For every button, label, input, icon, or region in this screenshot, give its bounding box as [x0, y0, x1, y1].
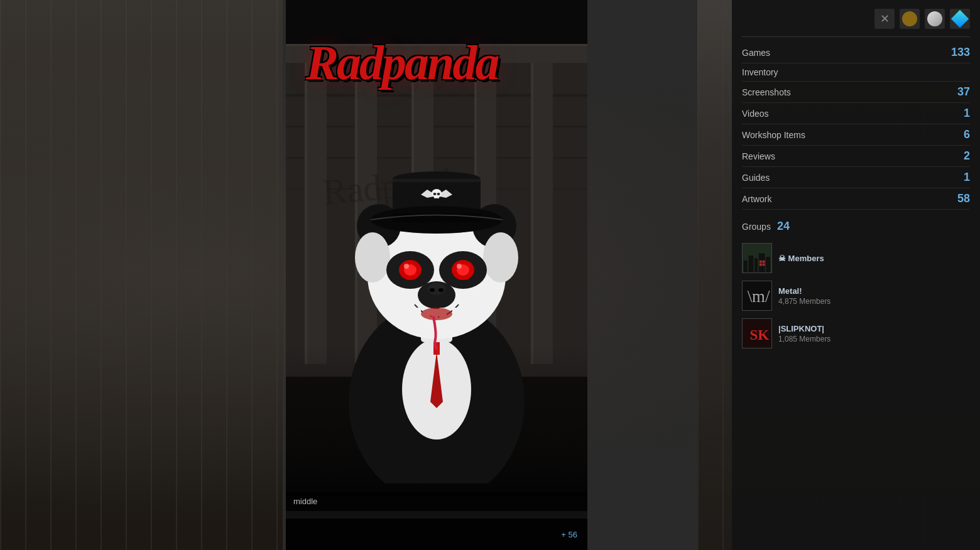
stat-workshop-label: Workshop Items: [742, 130, 957, 140]
group-item-2[interactable]: \m/ Metal! 4,875 Members: [742, 277, 970, 315]
group-item-1[interactable]: ☠ Members: [742, 239, 970, 277]
icon-badge-bronze[interactable]: [900, 9, 920, 29]
group-avatar-3-img: SK: [743, 318, 771, 348]
stat-workshop-items[interactable]: Workshop Items 6: [742, 124, 970, 146]
stat-artwork-count: 58: [957, 192, 970, 205]
stat-screenshots-label: Screenshots: [742, 87, 951, 97]
svg-rect-68: [760, 261, 762, 263]
group-1-name: ☠ Members: [778, 254, 970, 263]
stat-games[interactable]: Games 133: [742, 42, 970, 63]
svg-point-44: [438, 288, 444, 292]
stat-reviews-label: Reviews: [742, 151, 957, 161]
group-2-members: 4,875 Members: [778, 297, 970, 306]
group-2-info: Metal! 4,875 Members: [778, 286, 970, 306]
stat-guides-count: 1: [964, 171, 970, 184]
groups-section-label: Groups: [742, 222, 771, 232]
stat-guides[interactable]: Guides 1: [742, 167, 970, 188]
group-avatar-2: \m/: [742, 281, 772, 311]
stat-inventory-label: Inventory: [742, 67, 964, 77]
panda-artwork-svg: [298, 88, 575, 483]
svg-rect-66: [759, 253, 765, 272]
svg-point-57: [433, 193, 437, 195]
group-avatar-1: [742, 243, 772, 273]
top-icons-row: ✕: [742, 5, 970, 37]
svg-rect-63: [744, 261, 748, 272]
group-3-info: |SLIPKNOT| 1,085 Members: [778, 324, 970, 343]
svg-point-31: [355, 232, 390, 283]
svg-text:SK: SK: [750, 327, 770, 343]
artwork-title: Radpanda: [293, 35, 587, 91]
stat-inventory[interactable]: Inventory: [742, 63, 970, 82]
artwork-display: Radpanda Radpanda: [286, 0, 587, 496]
svg-text:\m/: \m/: [748, 287, 770, 306]
svg-rect-60: [437, 197, 439, 198]
stat-artwork[interactable]: Artwork 58: [742, 188, 970, 210]
stat-reviews-count: 2: [964, 149, 970, 163]
svg-point-43: [430, 288, 435, 292]
center-artwork-panel: Radpanda Radpanda: [286, 0, 587, 550]
group-item-3[interactable]: SK |SLIPKNOT| 1,085 Members: [742, 315, 970, 352]
stat-games-label: Games: [742, 48, 945, 58]
svg-point-58: [437, 193, 440, 195]
stat-screenshots-count: 37: [957, 85, 970, 99]
image-caption: middle: [286, 492, 587, 511]
right-sidebar: ✕ Games 133 Inventory Screenshots 37 Vid…: [732, 0, 980, 550]
svg-point-50: [421, 308, 452, 320]
svg-rect-65: [754, 258, 758, 272]
group-avatar-1-img: [743, 243, 771, 273]
svg-rect-67: [766, 257, 770, 272]
icon-badge-x[interactable]: ✕: [874, 9, 895, 29]
silver-medal-icon: [927, 11, 942, 26]
bronze-medal-icon: [902, 11, 917, 26]
more-photos-link[interactable]: + 56: [561, 530, 577, 539]
caption-text: middle: [293, 497, 317, 506]
svg-point-39: [404, 264, 409, 269]
group-3-members: 1,085 Members: [778, 335, 970, 343]
stat-guides-label: Guides: [742, 173, 957, 183]
diamond-badge-icon: [951, 10, 969, 28]
stats-list: Games 133 Inventory Screenshots 37 Video…: [742, 42, 970, 210]
icon-badge-silver[interactable]: [925, 9, 945, 29]
x-icon: ✕: [880, 12, 890, 26]
svg-point-32: [483, 232, 518, 283]
group-3-name: |SLIPKNOT|: [778, 324, 970, 333]
stat-videos[interactable]: Videos 1: [742, 103, 970, 124]
svg-point-61: [371, 206, 503, 234]
groups-header: Groups 24: [742, 220, 970, 233]
svg-rect-59: [434, 197, 436, 198]
stat-screenshots[interactable]: Screenshots 37: [742, 82, 970, 103]
group-avatar-2-img: \m/: [743, 281, 771, 311]
stat-artwork-label: Artwork: [742, 194, 951, 204]
group-2-name: Metal!: [778, 286, 970, 296]
svg-point-40: [457, 264, 462, 269]
svg-rect-71: [763, 264, 765, 266]
stat-games-count: 133: [951, 46, 970, 59]
stat-reviews[interactable]: Reviews 2: [742, 146, 970, 167]
stat-workshop-count: 6: [964, 128, 970, 141]
svg-rect-54: [393, 179, 481, 182]
svg-point-56: [432, 189, 442, 198]
group-1-info: ☠ Members: [778, 254, 970, 263]
groups-section-count: 24: [777, 220, 790, 233]
stat-videos-count: 1: [964, 107, 970, 120]
icon-badge-diamond[interactable]: [950, 9, 970, 29]
svg-rect-69: [763, 261, 765, 263]
svg-rect-70: [760, 264, 762, 266]
group-avatar-3: SK: [742, 318, 772, 348]
bottom-bar: + 56: [286, 519, 587, 550]
stat-videos-label: Videos: [742, 109, 957, 119]
svg-rect-64: [749, 256, 754, 272]
